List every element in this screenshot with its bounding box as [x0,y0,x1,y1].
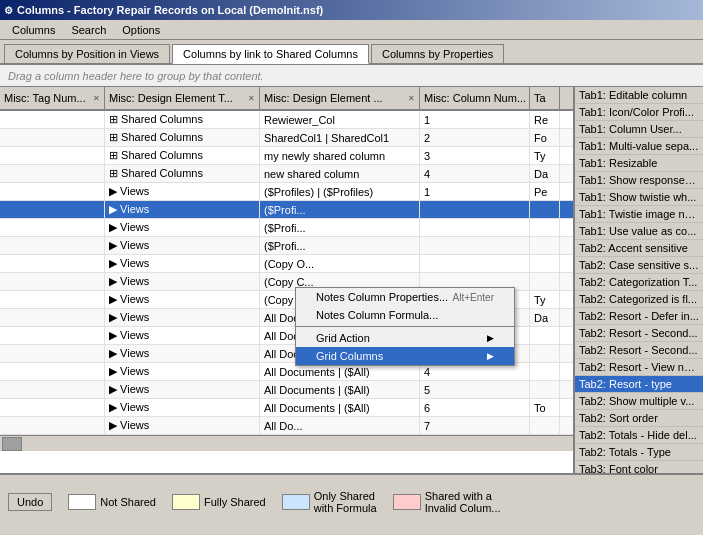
table-cell: ▶ Views [105,255,260,272]
table-row[interactable]: ▶ ViewsAll Documents | ($All)6To [0,399,573,417]
table-cell: ⊞ Shared Columns [105,147,260,164]
right-panel-item[interactable]: Tab2: Show multiple v... [575,393,703,410]
col-header-2[interactable]: Misc: Design Element ... ✕ [260,87,420,109]
context-menu-arrow-grid-columns: ▶ [487,351,494,361]
context-menu-label-grid-action: Grid Action [316,332,370,344]
tab-link-shared[interactable]: Columns by link to Shared Columns [172,44,369,64]
sort-icon-1: ✕ [248,94,255,103]
right-panel-item[interactable]: Tab2: Resort - Second... [575,325,703,342]
table-row[interactable]: ▶ Views(Copy O... [0,255,573,273]
menu-search[interactable]: Search [63,22,114,38]
right-panel-item[interactable]: Tab2: Totals - Hide del... [575,427,703,444]
table-row[interactable]: ▶ Views($Profiles) | ($Profiles)1Pe [0,183,573,201]
col-header-1[interactable]: Misc: Design Element T... ✕ [105,87,260,109]
col-header-3[interactable]: Misc: Column Num... ✕ [420,87,530,109]
right-panel-item[interactable]: Tab3: Font color [575,461,703,473]
table-cell: ⊞ Shared Columns [105,129,260,146]
right-panel-item[interactable]: Tab2: Resort - type [575,376,703,393]
right-panel-item[interactable]: Tab2: Accent sensitive [575,240,703,257]
table-cell: ▶ Views [105,345,260,362]
table-cell [420,255,530,272]
table-cell [530,417,560,434]
table-cell [420,237,530,254]
table-cell: 2 [420,129,530,146]
table-cell [530,273,560,290]
menu-options[interactable]: Options [114,22,168,38]
right-panel-item[interactable]: Tab1: Icon/Color Profi... [575,104,703,121]
right-panel-item[interactable]: Tab2: Resort - Second... [575,342,703,359]
legend-fully-shared: Fully Shared [172,494,266,510]
table-cell: 3 [420,147,530,164]
table-cell [420,201,530,218]
table-cell: Da [530,165,560,182]
context-menu-item-grid-action[interactable]: Grid Action ▶ [296,329,514,347]
table-cell [0,183,105,200]
right-panel-item[interactable]: Tab2: Totals - Type [575,444,703,461]
table-cell [0,219,105,236]
context-menu-separator [296,326,514,327]
right-panel-item[interactable]: Tab1: Column User... [575,121,703,138]
right-panel-item[interactable]: Tab1: Show twistie wh... [575,189,703,206]
right-panel-item[interactable]: Tab2: Categorized is fl... [575,291,703,308]
menu-columns[interactable]: Columns [4,22,63,38]
table-cell: 1 [420,111,530,128]
context-menu-label-grid-columns: Grid Columns [316,350,383,362]
right-panel-item[interactable]: Tab2: Resort - Defer in... [575,308,703,325]
table-row[interactable]: ⊞ Shared Columnsmy newly shared column3T… [0,147,573,165]
tab-position-views[interactable]: Columns by Position in Views [4,44,170,63]
context-menu-item-grid-columns[interactable]: Grid Columns ▶ [296,347,514,365]
legend-color-shared-invalid [393,494,421,510]
table-cell [530,345,560,362]
window-title: Columns - Factory Repair Records on Loca… [17,4,323,16]
legend-shared-invalid: Shared with aInvalid Colum... [393,490,501,514]
table-row[interactable]: ▶ ViewsAll Documents | ($All)5 [0,381,573,399]
table-cell: All Do... [260,417,420,434]
context-menu-item-formula[interactable]: Notes Column Formula... [296,306,514,324]
table-cell: Fo [530,129,560,146]
undo-button[interactable]: Undo [8,493,52,511]
right-panel-item[interactable]: Tab1: Show responses... [575,172,703,189]
grid-header: Misc: Tag Num... ✕ Misc: Design Element … [0,87,573,111]
table-row[interactable]: ▶ Views($Profi... [0,201,573,219]
context-menu-item-properties[interactable]: Notes Column Properties... Alt+Enter [296,288,514,306]
right-panel-item[interactable]: Tab1: Multi-value sepa... [575,138,703,155]
right-panel-item[interactable]: Tab1: Resizable [575,155,703,172]
legend-color-fully-shared [172,494,200,510]
col-header-label-2: Misc: Design Element ... [264,92,383,104]
groupby-bar: Drag a column header here to group by th… [0,65,703,87]
table-cell [530,381,560,398]
table-cell: new shared column [260,165,420,182]
table-row[interactable]: ▶ Views($Profi... [0,219,573,237]
table-cell: ▶ Views [105,363,260,380]
right-panel-item[interactable]: Tab1: Twistie image na... [575,206,703,223]
right-panel-item[interactable]: Tab1: Editable column [575,87,703,104]
right-panel-item[interactable]: Tab2: Resort - View na... [575,359,703,376]
table-cell: 6 [420,399,530,416]
table-cell [0,417,105,434]
right-panel-item[interactable]: Tab2: Categorization T... [575,274,703,291]
right-panel-item[interactable]: Tab1: Use value as co... [575,223,703,240]
table-cell [0,363,105,380]
table-cell [530,219,560,236]
table-row[interactable]: ⊞ Shared ColumnsRewiewer_Col1Re [0,111,573,129]
horizontal-scrollbar[interactable] [0,435,573,451]
table-cell: Rewiewer_Col [260,111,420,128]
tab-properties[interactable]: Columns by Properties [371,44,504,63]
table-cell: ($Profi... [260,237,420,254]
scrollbar-thumb[interactable] [2,437,22,451]
grid-body: ⊞ Shared ColumnsRewiewer_Col1Re⊞ Shared … [0,111,573,435]
table-row[interactable]: ⊞ Shared ColumnsSharedCol1 | SharedCol12… [0,129,573,147]
sort-icon-0: ✕ [93,94,100,103]
status-bar: Undo Not Shared Fully Shared Only Shared… [0,473,703,528]
table-cell: SharedCol1 | SharedCol1 [260,129,420,146]
right-panel-item[interactable]: Tab2: Sort order [575,410,703,427]
col-header-4[interactable]: Ta [530,87,560,109]
table-cell: To [530,399,560,416]
table-row[interactable]: ⊞ Shared Columnsnew shared column4Da [0,165,573,183]
col-header-0[interactable]: Misc: Tag Num... ✕ [0,87,105,109]
table-row[interactable]: ▶ ViewsAll Do...7 [0,417,573,435]
right-panel-item[interactable]: Tab2: Case sensitive s... [575,257,703,274]
table-row[interactable]: ▶ Views($Profi... [0,237,573,255]
table-cell: Re [530,111,560,128]
table-cell [0,255,105,272]
